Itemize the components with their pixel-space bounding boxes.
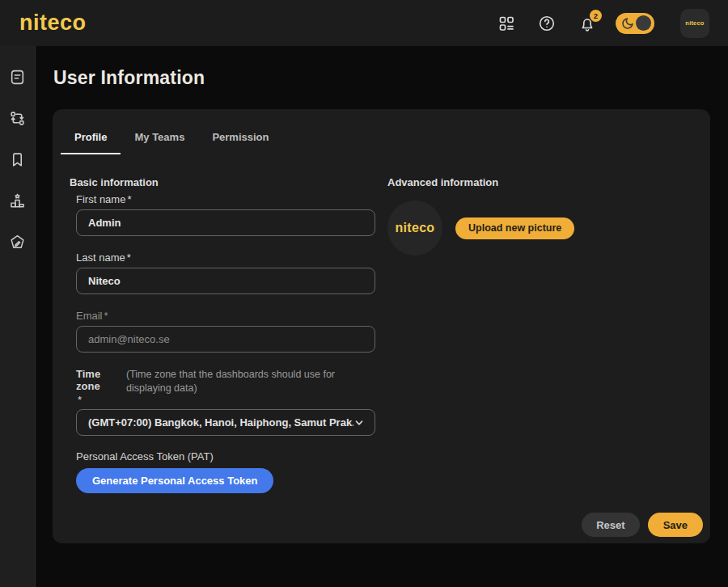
moon-icon [621,17,634,30]
help-icon[interactable] [527,9,567,38]
required-mark: * [127,193,131,205]
card-body: Basic information First name* Last name* [53,154,710,493]
chevron-down-icon [353,417,365,429]
user-avatar[interactable]: niteco [680,9,709,38]
theme-toggle[interactable] [616,13,654,34]
user-information-card: Profile My Teams Permission Basic inform… [53,109,710,543]
toggle-knob [636,15,651,31]
leaderboard-podium-icon [9,192,26,209]
required-mark: * [76,394,126,406]
sidebar-item-workflows[interactable] [9,109,27,127]
email-label: Email* [76,310,387,322]
pat-label: Personal Access Token (PAT) [76,450,387,462]
notifications-button[interactable]: 2 [567,9,607,38]
apps-grid-icon[interactable] [486,9,527,38]
tab-my-teams[interactable]: My Teams [121,125,198,154]
time-zone-value: (GMT+07:00) Bangkok, Hanoi, Haiphong, Sa… [88,416,353,429]
upload-new-picture-button[interactable]: Upload new picture [455,217,574,239]
tab-permission[interactable]: Permission [198,125,282,154]
reset-button[interactable]: Reset [582,513,639,537]
profile-picture-avatar: niteco [387,201,442,255]
report-document-icon [9,69,26,86]
advanced-information-section: Advanced information niteco Upload new p… [387,176,710,493]
first-name-input[interactable] [76,209,375,236]
generate-pat-button[interactable]: Generate Personal Access Token [76,468,273,493]
page-title: User Information [53,67,728,89]
time-zone-group: Time zone * (Time zone that the dashboar… [76,368,387,436]
required-mark: * [127,251,131,264]
time-zone-select[interactable]: (GMT+07:00) Bangkok, Hanoi, Haiphong, Sa… [76,409,375,436]
avatar-label: niteco [685,19,704,27]
niteco-logo[interactable]: niteco [19,12,87,34]
notification-count-badge: 2 [590,10,602,22]
sidebar-item-editor[interactable] [9,233,27,251]
avatar-logo-text: niteco [396,221,435,235]
top-header: niteco 2 [0,0,728,46]
time-zone-hint: (Time zone that the dashboards should us… [126,368,375,406]
email-group: Email* [76,310,387,353]
edit-pen-icon [9,234,26,251]
time-zone-label: Time zone * [76,368,126,406]
last-name-group: Last name* [76,251,387,294]
advanced-information-heading: Advanced information [387,176,710,188]
email-input [76,326,375,353]
main-content: User Information Profile My Teams Permis… [36,46,728,587]
sidebar-item-leaderboard[interactable] [9,192,27,209]
first-name-label: First name* [76,193,387,205]
bookmark-icon [9,151,26,168]
profile-tabs: Profile My Teams Permission [53,109,710,154]
required-mark: * [104,310,108,322]
first-name-group: First name* [76,193,387,236]
basic-information-heading: Basic information [70,176,387,188]
pat-group: Personal Access Token (PAT) Generate Per… [76,450,387,493]
app-shell: User Information Profile My Teams Permis… [0,46,728,587]
last-name-label: Last name* [76,251,387,264]
card-footer: Reset Save [582,513,703,537]
sidebar-item-reports[interactable] [9,68,27,86]
save-button[interactable]: Save [648,513,703,537]
basic-information-section: Basic information First name* Last name* [70,176,387,493]
tab-profile[interactable]: Profile [61,125,121,154]
last-name-input[interactable] [76,268,375,294]
header-actions: 2 niteco [486,9,709,38]
workflow-transfer-icon [9,110,26,127]
left-sidebar [0,46,36,587]
sidebar-item-bookmarks[interactable] [9,150,27,168]
